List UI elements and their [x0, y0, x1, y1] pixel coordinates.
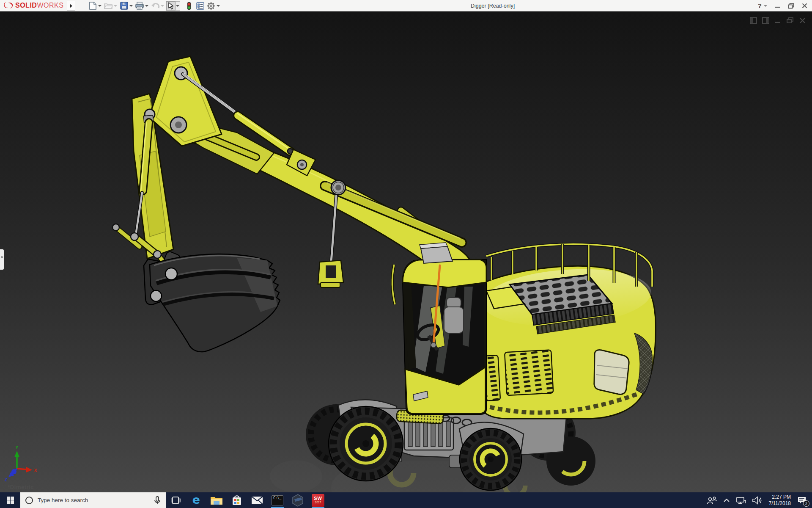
mail-icon	[251, 496, 263, 505]
reference-triad: Y X Z	[5, 445, 38, 482]
taskbar-store[interactable]	[227, 492, 247, 508]
save-floppy-icon	[119, 1, 129, 11]
open-dropdown	[113, 1, 118, 11]
taskbar-edge[interactable]: e	[186, 492, 206, 508]
select-tool-button[interactable]	[165, 0, 181, 11]
windows-logo-icon	[7, 497, 14, 504]
taskbar-solidworks[interactable]: SW 2017	[308, 492, 328, 508]
open-button[interactable]	[103, 0, 118, 11]
file-properties-icon	[195, 1, 205, 11]
traffic-light-icon	[184, 1, 194, 11]
triad-z-label: Z	[5, 477, 8, 482]
front-left-wheel[interactable]	[329, 406, 403, 481]
microphone-icon[interactable]	[154, 496, 161, 505]
cab[interactable]	[392, 243, 486, 414]
gear-icon	[206, 1, 216, 11]
taskbar-clock[interactable]: 2:27 PM 7/11/2018	[769, 494, 791, 507]
file-properties-button[interactable]	[195, 0, 206, 11]
print-icon	[135, 1, 144, 11]
task-view-icon	[171, 496, 181, 505]
expand-arrow-icon	[69, 3, 73, 8]
quick-access-toolbar	[87, 0, 221, 11]
triad-x-label: X	[34, 468, 37, 473]
chevron-up-icon[interactable]	[723, 498, 730, 502]
task-view-button[interactable]	[166, 492, 186, 508]
system-tray: 2:27 PM 7/11/2018 2	[706, 492, 812, 508]
app-window-controls: ?	[758, 0, 808, 11]
solidworks-2017-icon: SW 2017	[312, 494, 324, 507]
store-icon	[231, 494, 242, 506]
volume-icon[interactable]	[752, 496, 763, 505]
restore-button[interactable]	[787, 3, 794, 9]
select-cursor-icon	[166, 1, 176, 11]
brand-light: WORKS	[37, 2, 63, 9]
triad-y-label: Y	[15, 445, 19, 450]
print-dropdown[interactable]	[144, 1, 149, 11]
rebuild-button[interactable]	[184, 0, 195, 11]
help-dropdown[interactable]	[764, 5, 767, 7]
search-placeholder: Type here to search	[38, 497, 149, 503]
command-prompt-icon: C:\_	[272, 495, 283, 505]
new-document-icon	[88, 1, 97, 11]
undo-button	[150, 0, 165, 11]
ds-logo-icon	[3, 1, 14, 10]
people-icon[interactable]	[706, 496, 717, 505]
close-button[interactable]	[801, 3, 808, 9]
help-button[interactable]: ?	[758, 2, 762, 9]
solidworks-logo: SOLIDWORKS	[3, 1, 63, 10]
graphics-viewport[interactable]: Y X Z *Dimetric	[0, 11, 812, 492]
save-button[interactable]	[118, 0, 134, 11]
titlebar: SOLIDWORKS	[0, 0, 812, 11]
new-document-button[interactable]	[87, 0, 103, 11]
open-folder-icon	[104, 1, 113, 11]
select-dropdown[interactable]	[176, 1, 180, 11]
print-button[interactable]	[134, 0, 150, 11]
excavator-model[interactable]: Y X Z	[0, 11, 812, 492]
edge-icon: e	[192, 494, 200, 505]
options-button[interactable]	[206, 0, 221, 11]
file-explorer-icon	[210, 495, 223, 505]
undo-dropdown	[160, 1, 165, 11]
taskbar-mail[interactable]	[247, 492, 267, 508]
save-dropdown[interactable]	[129, 1, 133, 11]
new-document-dropdown[interactable]	[97, 1, 102, 11]
hexagon-app-icon	[291, 494, 304, 507]
undo-arrow-icon	[151, 1, 160, 11]
minimize-button[interactable]	[774, 3, 781, 9]
options-dropdown[interactable]	[216, 1, 220, 11]
action-center-button[interactable]: 2	[797, 495, 807, 505]
taskbar-search[interactable]: Type here to search	[20, 492, 166, 508]
notification-badge: 2	[803, 500, 809, 507]
expand-toolbar-button[interactable]	[67, 1, 75, 11]
windows-taskbar: Type here to search e	[0, 492, 812, 508]
taskbar-command-prompt[interactable]: C:\_	[267, 492, 288, 508]
brand-bold: SOLID	[15, 2, 37, 9]
orientation-label: *Dimetric	[8, 484, 34, 490]
network-icon[interactable]	[736, 497, 746, 504]
taskbar-file-explorer[interactable]	[206, 492, 227, 508]
start-button[interactable]	[0, 492, 20, 508]
front-right-wheel[interactable]	[460, 428, 521, 490]
tray-date: 7/11/2018	[769, 500, 791, 507]
taskbar-hexagon-app[interactable]	[288, 492, 308, 508]
tray-time: 2:27 PM	[769, 494, 791, 500]
bucket[interactable]	[144, 251, 280, 352]
document-title: Digger [Read-only]	[471, 3, 515, 9]
cortana-icon	[25, 497, 33, 504]
